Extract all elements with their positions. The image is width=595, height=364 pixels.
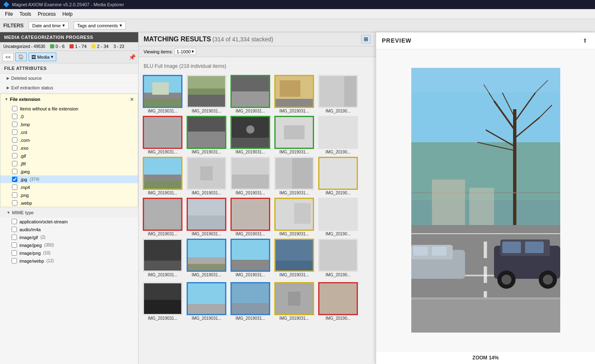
list-item[interactable]: IMG_2019031... — [186, 157, 227, 195]
thumbnail-wrapper[interactable] — [230, 75, 270, 108]
list-item[interactable]: IMG_20190... — [317, 239, 359, 277]
list-item[interactable]: IMG_2019031... — [230, 116, 271, 154]
thumbnail-wrapper[interactable] — [274, 198, 314, 231]
list-item[interactable]: IMG_2019031... — [186, 239, 227, 277]
list-item[interactable]: IMG_2019031... — [274, 157, 315, 195]
menu-file[interactable]: File — [2, 10, 16, 18]
ext-jpg[interactable]: .jpg (374) — [0, 175, 138, 183]
ext-webp[interactable]: .webp — [0, 199, 138, 207]
ext-gif[interactable]: .gif — [0, 152, 138, 160]
ext-no-extension[interactable]: Items without a file extension — [0, 105, 138, 113]
list-item[interactable]: IMG_2019031... — [142, 282, 183, 321]
mime-png-checkbox[interactable] — [12, 250, 17, 256]
thumbnail-wrapper[interactable] — [187, 75, 226, 108]
thumbnail-wrapper[interactable] — [318, 157, 358, 190]
menu-tools[interactable]: Tools — [16, 10, 34, 18]
list-item[interactable]: IMG_2019031... — [142, 75, 183, 113]
thumbnail-wrapper[interactable] — [143, 116, 182, 149]
thumbnail-wrapper[interactable] — [187, 157, 226, 190]
deleted-source-item[interactable]: ▶ Deleted source — [0, 74, 138, 83]
thumbnail-wrapper[interactable] — [187, 239, 226, 272]
ext-jpeg-checkbox[interactable] — [12, 169, 17, 174]
ext-mp4[interactable]: .mp4 — [0, 183, 138, 191]
list-item[interactable]: IMG_2019031... — [230, 282, 271, 321]
mime-type-item[interactable]: ▼ MIME type — [0, 208, 138, 218]
thumbnail-wrapper[interactable] — [274, 157, 314, 190]
mime-png[interactable]: image/png (10) — [0, 249, 138, 257]
ext-jpg-checkbox[interactable] — [12, 177, 17, 182]
list-item[interactable]: IMG_2019031... — [142, 157, 183, 195]
mime-webp-checkbox[interactable] — [12, 258, 17, 263]
thumbnail-wrapper[interactable] — [230, 198, 270, 231]
ext-jfif[interactable]: .jfif — [0, 160, 138, 168]
list-item[interactable]: IMG_2019031... — [274, 239, 315, 277]
list-item[interactable]: IMG_20190... — [317, 75, 359, 113]
sidebar-content[interactable]: FILE ATTRIBUTES ▶ Deleted source ▶ Exif … — [0, 63, 138, 364]
ext-cnt-checkbox[interactable] — [12, 129, 17, 135]
file-extension-header[interactable]: ▼ File extension × — [0, 94, 138, 105]
mime-jpeg-checkbox[interactable] — [12, 242, 17, 248]
mime-m4a-checkbox[interactable] — [12, 227, 17, 232]
ext-0[interactable]: .0 — [0, 113, 138, 120]
thumbnail-wrapper[interactable] — [274, 75, 314, 108]
home-btn[interactable]: 🏠 — [15, 53, 27, 61]
thumbnail-wrapper[interactable] — [230, 157, 270, 190]
ext-exo-checkbox[interactable] — [12, 145, 17, 151]
list-item[interactable]: IMG_20190... — [317, 157, 359, 195]
viewing-range-dropdown[interactable]: 1-1000 ▾ — [175, 48, 196, 55]
ext-com-checkbox[interactable] — [12, 137, 17, 143]
list-item[interactable]: IMG_2019031... — [186, 282, 227, 321]
thumbnail-wrapper[interactable] — [318, 239, 358, 272]
thumbnail-wrapper[interactable] — [187, 198, 226, 231]
thumbnail-wrapper[interactable] — [143, 198, 182, 231]
close-filter-btn[interactable]: × — [130, 96, 134, 103]
list-item[interactable]: IMG_2019031... — [230, 157, 271, 195]
list-item[interactable]: IMG_20190... — [317, 198, 359, 236]
mime-jpeg[interactable]: image/jpeg (350) — [0, 241, 138, 249]
ext-no-extension-checkbox[interactable] — [12, 106, 17, 111]
thumbnail-wrapper[interactable] — [230, 239, 270, 272]
list-item[interactable]: IMG_2019031... — [186, 116, 227, 154]
mime-gif[interactable]: image/gif (2) — [0, 233, 138, 241]
list-item[interactable]: IMG_2019031... — [142, 239, 183, 277]
thumbnail-wrapper[interactable] — [230, 282, 270, 315]
thumbnail-wrapper[interactable] — [143, 157, 182, 190]
ext-jfif-checkbox[interactable] — [12, 161, 17, 166]
thumbnail-wrapper[interactable] — [274, 116, 314, 149]
menu-help[interactable]: Help — [59, 10, 76, 18]
mime-webp[interactable]: image/webp (12) — [0, 257, 138, 265]
ext-bmp-checkbox[interactable] — [12, 122, 17, 127]
thumbnail-wrapper[interactable] — [143, 282, 182, 315]
thumbnail-wrapper[interactable] — [187, 116, 226, 149]
list-item[interactable]: IMG_2019031... — [186, 198, 227, 236]
thumbnail-wrapper[interactable] — [143, 75, 182, 108]
preview-collapse-btn[interactable]: ⬆ — [581, 36, 589, 45]
list-item[interactable]: IMG_20190... — [317, 282, 359, 321]
ext-png-checkbox[interactable] — [12, 192, 17, 198]
ext-jpeg[interactable]: .jpeg — [0, 168, 138, 175]
thumbnail-wrapper[interactable] — [274, 239, 314, 272]
collapse-all-btn[interactable]: << — [2, 53, 14, 61]
thumbnail-wrapper[interactable] — [318, 75, 358, 108]
thumbnail-wrapper[interactable] — [230, 116, 270, 149]
ext-com[interactable]: .com — [0, 136, 138, 144]
list-item[interactable]: IMG_2019031... — [142, 198, 183, 236]
ext-webp-checkbox[interactable] — [12, 200, 17, 206]
mime-octet[interactable]: application/octet-stream — [0, 218, 138, 225]
thumbnail-wrapper[interactable] — [318, 116, 358, 149]
list-item[interactable]: IMG_2019031... — [274, 198, 315, 236]
thumbnail-wrapper[interactable] — [318, 282, 358, 315]
thumbnail-wrapper[interactable] — [143, 239, 182, 272]
list-item[interactable]: IMG_2019031... — [142, 116, 183, 154]
thumbnail-wrapper[interactable] — [187, 282, 226, 315]
ext-0-checkbox[interactable] — [12, 114, 17, 119]
list-item[interactable]: IMG_2019031... — [274, 75, 315, 113]
list-item[interactable]: IMG_20190... — [317, 116, 359, 154]
list-item[interactable]: IMG_2019031... — [274, 116, 315, 154]
ext-gif-checkbox[interactable] — [12, 153, 17, 158]
thumbnail-wrapper[interactable] — [318, 198, 358, 231]
thumbnail-wrapper[interactable] — [274, 282, 314, 315]
mime-gif-checkbox[interactable] — [12, 235, 17, 240]
media-btn[interactable]: 🖼 Media ▾ — [29, 53, 56, 61]
list-item[interactable]: IMG_2019031... — [274, 282, 315, 321]
